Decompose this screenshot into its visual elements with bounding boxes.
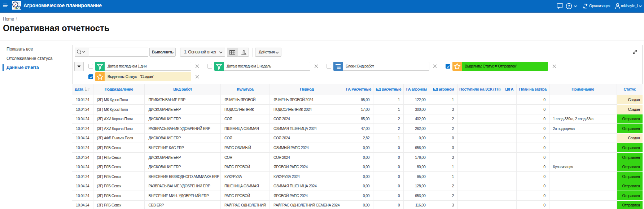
svg-text:?: ? [568,4,570,8]
